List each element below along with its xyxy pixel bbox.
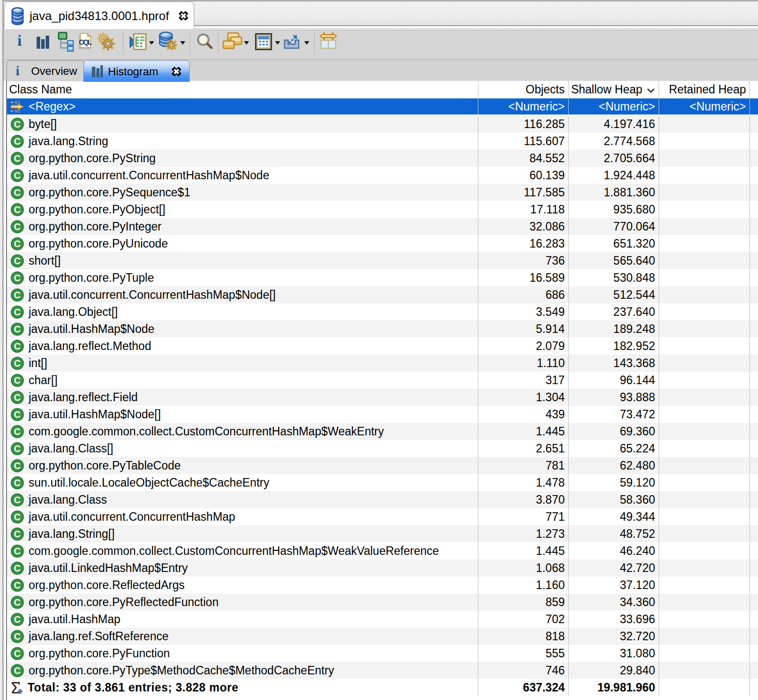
svg-text:C: C [14,580,21,591]
svg-text:C: C [14,307,21,317]
svg-text:C: C [14,631,21,642]
svg-text:C: C [14,290,21,300]
svg-text:C: C [14,187,21,198]
svg-text:C: C [14,495,21,505]
svg-text:C: C [14,153,21,164]
svg-text:C: C [14,239,21,249]
svg-text:i: i [16,65,20,78]
svg-text:C: C [14,273,21,283]
svg-text:C: C [14,204,21,215]
svg-text:C: C [14,648,21,659]
svg-text:C: C [14,119,21,130]
svg-text:C: C [14,426,21,437]
svg-text:OQL: OQL [79,38,92,46]
svg-text:C: C [14,460,21,471]
svg-text:C: C [14,358,21,369]
svg-text:C: C [14,529,21,539]
svg-text:C: C [14,665,21,676]
svg-text:C: C [14,221,21,232]
svg-text:C: C [14,409,21,420]
svg-text:C: C [14,546,21,556]
svg-text:C: C [14,597,21,608]
svg-text:C: C [14,563,21,573]
svg-text:C: C [14,375,21,386]
svg-text:C: C [14,443,21,454]
svg-text:C: C [14,324,21,334]
svg-text:C: C [14,478,21,488]
svg-text:C: C [14,256,21,266]
svg-text:i: i [18,33,22,48]
svg-text:C: C [14,614,21,625]
svg-text:C: C [14,170,21,181]
svg-text:C: C [14,392,21,403]
svg-text:C: C [14,136,21,147]
svg-text:C: C [14,512,21,522]
svg-text:C: C [14,341,21,352]
